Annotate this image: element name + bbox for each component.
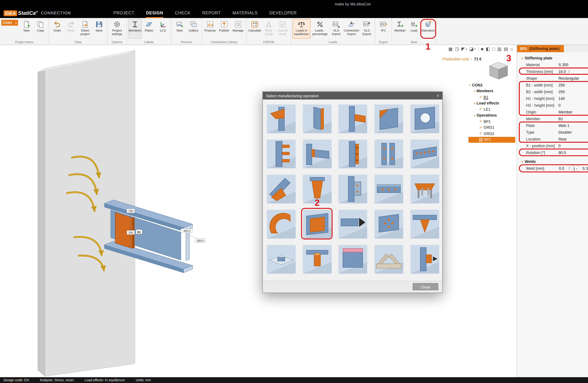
menu-tab-report[interactable]: REPORT [202,8,221,18]
op-stiffener-weld[interactable] [410,245,439,274]
tree-expand-chevron-icon[interactable]: ▾ [469,84,471,86]
project-settings-button[interactable]: Project settings [109,19,125,39]
menu-tab-developer[interactable]: DEVELOPER [269,8,297,18]
new-operation-button[interactable]: Operation 1 [421,19,435,39]
xls-export-button[interactable]: XLS XLS Export [360,19,374,39]
labels-plates-button[interactable]: Plates [142,19,156,39]
zoom-fit-icon[interactable]: ◳ [455,46,459,51]
tree-expand-chevron-icon[interactable]: ▾ [474,114,475,117]
op-opening[interactable] [410,105,439,133]
new-member-button[interactable]: Member [393,19,407,39]
copy-project-item-button[interactable]: Copy [34,19,47,39]
tree-node-con1[interactable]: ▾CON1 [468,82,515,88]
property-input-b1-width[interactable]: 250 [557,82,588,88]
menu-tab-check[interactable]: CHECK [175,8,190,18]
property-input-b2-width[interactable]: 250 [557,89,588,95]
section-view-icon[interactable]: ▥ [497,46,502,51]
weld-size-input[interactable]: 0.0 [559,166,564,170]
new-load-button[interactable]: Load [407,19,421,39]
calculate-button[interactable]: Calculate [248,19,261,39]
connection-import-button[interactable]: Connection Import [343,19,360,39]
loads-percentage-button[interactable]: Loads - percentage [311,19,329,39]
property-dropdown-location[interactable]: Rear▾ [557,136,588,142]
select-cursor-icon[interactable]: ◤ [461,46,465,51]
undo-button[interactable]: Undo [50,19,64,39]
tree-expand-chevron-icon[interactable]: ▾ [474,102,475,105]
tree-group-load-effects[interactable]: ▾Load effects [468,100,515,106]
ifc-export-button[interactable]: IFC IFC [377,19,390,39]
weld-type-dropdown[interactable]: ∥▾ [571,166,579,171]
op-bend[interactable] [267,210,296,238]
op-base-plate[interactable] [267,245,296,274]
redo-button[interactable]: Redo [64,19,78,39]
shaded-view-icon[interactable]: ◧ [486,46,490,51]
solid-view-icon[interactable]: ■ [481,46,483,51]
manage-button[interactable]: Manage [231,19,245,39]
tree-expand-chevron-icon[interactable]: ▾ [474,89,475,93]
op-stiffening-plate[interactable]: 2 [303,210,332,238]
section-stiffening-plate[interactable]: ▾ Stiffening plate [517,55,588,61]
axes-grid-icon[interactable]: ▦ [448,46,453,51]
loads-in-equilibrium-button[interactable]: Loads in equilibrium [293,19,311,39]
op-widener[interactable] [338,105,367,133]
property-dropdown-origin[interactable]: Member▾ [557,109,588,115]
menu-tab-materials[interactable]: MATERIALS [232,8,258,18]
dialog-close-icon[interactable]: × [437,93,439,98]
op-bolted-beam[interactable] [375,175,403,204]
op-rib[interactable] [410,210,439,238]
tree-item-sp1[interactable]: SP1 [468,137,515,143]
dropdown-chevron-icon[interactable]: ▾ [466,47,467,50]
overall-check-button[interactable]: Overall check [276,19,289,39]
section-welds[interactable]: ▾ Welds [517,158,588,165]
connection-selector[interactable]: CON1▾ [1,20,18,26]
op-cut[interactable] [267,105,296,133]
property-dropdown-shape[interactable]: Rectangular▾ [557,75,588,81]
op-stub[interactable] [303,105,332,133]
tree-item-le1[interactable]: ✓LE1 [468,106,515,112]
weld-stepper-icon[interactable]: ▴▾ [569,167,570,170]
op-bolt-row[interactable] [410,140,439,168]
xls-import-button[interactable]: XLS XLS Import [329,19,343,39]
clipping-icon[interactable]: ◪ [469,46,474,51]
new-picture-button[interactable]: New [173,19,186,39]
stepper-icon[interactable]: ▴▾ [568,69,570,73]
labels-lcs-button[interactable]: LCS [156,19,170,39]
labels-view-icon[interactable]: ▤ [504,46,508,51]
menu-tab-project[interactable]: PROJECT [113,8,134,18]
share-project-button[interactable]: Share project [78,19,92,39]
tree-item-grd2[interactable]: ✓GRD2 [468,130,515,137]
weld-material-dropdown[interactable]: S 355▾ [581,166,588,171]
op-truss-gusset[interactable] [375,245,403,274]
weld-sizing-button[interactable]: Weld sizing [262,19,275,39]
op-connecting-plate[interactable] [338,175,367,204]
gallery-button[interactable]: Gallery [187,19,200,39]
op-plate-cut[interactable] [338,245,367,274]
tree-item-grd1[interactable]: ✓GRD1 [468,125,515,130]
dialog-close-button[interactable]: Close [413,283,438,290]
tree-group-operations[interactable]: ▾Operations [468,112,515,118]
new-project-item-button[interactable]: New [20,19,33,39]
property-input-rotation[interactable]: 90.0 [557,149,588,155]
op-workplane[interactable] [410,175,439,204]
property-input-h1-height[interactable]: 140 [557,95,588,101]
op-stiffener[interactable] [267,140,296,168]
property-dropdown-type[interactable]: Doubler▾ [557,129,588,135]
propose-button[interactable]: Propose [203,19,217,39]
op-member-shift[interactable] [338,210,367,238]
navigation-cube[interactable] [487,60,510,81]
home-view-icon[interactable]: ⌂ [510,46,513,51]
tree-item-bp1[interactable]: ✓BP1 [468,118,515,125]
op-bolt-grid[interactable] [375,210,403,238]
publish-button[interactable]: Publish [217,19,231,39]
op-gusset[interactable] [267,175,296,204]
menu-tab-design[interactable]: DESIGN [146,8,163,18]
labels-members-button[interactable]: Members [128,19,142,39]
property-dropdown-member[interactable]: B1▾ [557,116,588,122]
op-end-plate[interactable] [338,140,367,168]
property-dropdown-plate[interactable]: Web 1▾ [557,123,588,128]
property-input-x-position[interactable]: 0 [557,143,588,149]
op-pipe-opening[interactable] [303,245,332,274]
tree-group-members[interactable]: ▾Members [468,88,515,94]
op-notch[interactable] [375,105,403,133]
op-cone[interactable] [303,175,332,204]
